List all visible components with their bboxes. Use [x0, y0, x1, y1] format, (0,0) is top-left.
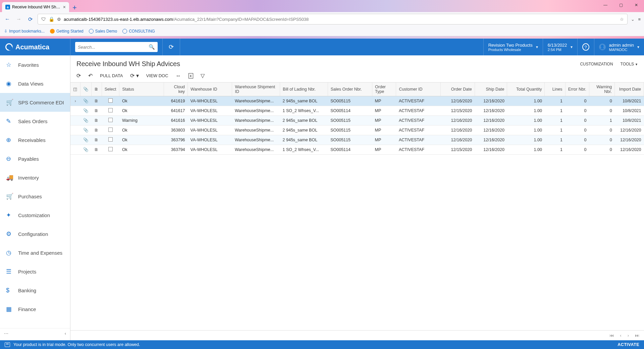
sidebar-item-sales-orders[interactable]: ✎Sales Orders: [0, 112, 70, 131]
checkbox[interactable]: [108, 128, 113, 132]
note-cell[interactable]: 🗎: [92, 106, 102, 115]
table-row[interactable]: 📎🗎Ok363794VA-WHOLESLWarehouseShipme...1 …: [70, 145, 644, 154]
attachment-cell[interactable]: 📎: [80, 125, 92, 135]
checkbox[interactable]: [108, 108, 113, 112]
row-indicator-header[interactable]: ◫: [70, 83, 80, 96]
search-icon[interactable]: 🔍: [149, 44, 155, 50]
sidebar-item-sps-commerce-edi[interactable]: 🛒SPS Commerce EDI: [0, 93, 70, 112]
note-header[interactable]: 🗎: [92, 83, 102, 96]
undo-button[interactable]: ↶: [88, 72, 93, 79]
prev-page-button[interactable]: ‹: [620, 333, 621, 338]
sidebar-item-banking[interactable]: $Banking: [0, 281, 70, 300]
sidebar-item-data-views[interactable]: ◉Data Views: [0, 74, 70, 93]
filter-button[interactable]: ▽: [201, 72, 205, 79]
attachment-cell[interactable]: 📎: [80, 106, 92, 115]
sidebar-item-inventory[interactable]: 🚚Inventory: [0, 168, 70, 187]
header-refresh-button[interactable]: ⟳: [163, 39, 180, 55]
sidebar-item-payables[interactable]: ⊖Payables: [0, 149, 70, 168]
activate-button[interactable]: ACTIVATE: [618, 342, 639, 347]
sidebar-item-customization[interactable]: ✦Customization: [0, 206, 70, 225]
back-button[interactable]: ←: [3, 16, 11, 22]
col-select[interactable]: Select: [102, 83, 119, 96]
export-button[interactable]: x: [189, 73, 193, 79]
select-cell[interactable]: [102, 96, 119, 106]
customization-link[interactable]: CUSTOMIZATION: [580, 62, 613, 66]
col-error-nbr[interactable]: Error Nbr.: [565, 83, 589, 96]
attachment-header[interactable]: 📎: [80, 83, 92, 96]
select-cell[interactable]: [102, 106, 119, 115]
reload-button[interactable]: ⟳: [26, 16, 34, 22]
note-cell[interactable]: 🗎: [92, 96, 102, 106]
note-cell[interactable]: 🗎: [92, 125, 102, 135]
pull-data-button[interactable]: PULL DATA: [100, 73, 123, 78]
row-indicator[interactable]: ›: [70, 96, 80, 106]
next-page-button[interactable]: ›: [628, 333, 629, 338]
col-order-type[interactable]: Order Type: [372, 83, 396, 96]
col-lines[interactable]: Lines: [545, 83, 565, 96]
table-row[interactable]: 📎🗎Ok641617VA-WHOLESLWarehouseShipme...1 …: [70, 106, 644, 115]
refresh-button[interactable]: ⟳: [76, 72, 81, 79]
process-dropdown[interactable]: ⟳ ▾: [130, 72, 139, 79]
sidebar-item-projects[interactable]: ☰Projects: [0, 262, 70, 281]
tenant-selector[interactable]: Revision Two Products Products Wholesale…: [483, 39, 543, 55]
checkbox[interactable]: [108, 137, 113, 142]
row-indicator[interactable]: [70, 125, 80, 135]
col-ship-date[interactable]: Ship Date: [475, 83, 507, 96]
sidebar-item-configuration[interactable]: ⚙Configuration: [0, 225, 70, 243]
collapse-sidebar-button[interactable]: ‹: [65, 331, 66, 336]
select-cell[interactable]: [102, 145, 119, 154]
hamburger-icon[interactable]: ≡: [638, 17, 641, 22]
bookmark-sales-demo[interactable]: Sales Demo: [89, 29, 117, 34]
sidebar-item-purchases[interactable]: 🛒Purchases: [0, 187, 70, 206]
sidebar-item-finance[interactable]: ▦Finance: [0, 300, 70, 318]
note-cell[interactable]: 🗎: [92, 115, 102, 125]
search-box[interactable]: 🔍: [75, 42, 158, 52]
more-icon[interactable]: ⋯: [4, 331, 8, 336]
tools-menu[interactable]: TOOLS▼: [621, 62, 638, 66]
row-indicator[interactable]: [70, 115, 80, 125]
browser-tab[interactable]: a Receive Inbound WH Ship Advi ×: [2, 2, 69, 12]
attachment-cell[interactable]: 📎: [80, 96, 92, 106]
table-row[interactable]: ›📎🗎Ok641619VA-WHOLESLWarehouseShipme...2…: [70, 96, 644, 106]
help-button[interactable]: ?: [577, 39, 594, 55]
fit-columns-button[interactable]: ↔: [176, 73, 181, 79]
col-bol[interactable]: Bill of Lading Nbr.: [280, 83, 328, 96]
first-page-button[interactable]: ⏮: [609, 333, 614, 338]
maximize-button[interactable]: ▢: [613, 0, 629, 10]
url-bar[interactable]: 🛡 🔒 ⚙ acumaticalb-1543671323.us-east-1.e…: [38, 14, 628, 24]
table-row[interactable]: 📎🗎Warning641616VA-WHOLESLWarehouseShipme…: [70, 115, 644, 125]
row-indicator[interactable]: [70, 106, 80, 115]
checkbox[interactable]: [108, 98, 113, 103]
table-row[interactable]: 📎🗎Ok363796VA-WHOLESLWarehouseShipme...2 …: [70, 135, 644, 145]
col-cloud-key[interactable]: Cloud key: [164, 83, 187, 96]
col-so[interactable]: Sales Order Nbr.: [328, 83, 372, 96]
attachment-cell[interactable]: 📎: [80, 145, 92, 154]
attachment-cell[interactable]: 📎: [80, 135, 92, 145]
row-indicator[interactable]: [70, 145, 80, 154]
select-cell[interactable]: [102, 135, 119, 145]
col-warehouse-id[interactable]: Warehouse ID: [188, 83, 232, 96]
search-input[interactable]: [78, 45, 149, 50]
close-icon[interactable]: ×: [63, 4, 66, 10]
bookmark-star-icon[interactable]: ☆: [620, 17, 624, 22]
business-date[interactable]: 6/13/2022 2:54 PM ▾: [543, 39, 577, 55]
col-wh-ship-id[interactable]: Warehouse Shipment ID: [232, 83, 280, 96]
sidebar-item-time-and-expenses[interactable]: ◷Time and Expenses: [0, 243, 70, 262]
minimize-button[interactable]: —: [598, 0, 613, 10]
forward-button[interactable]: →: [15, 16, 23, 22]
col-order-date[interactable]: Order Date: [440, 83, 475, 96]
note-cell[interactable]: 🗎: [92, 135, 102, 145]
last-page-button[interactable]: ⏭: [635, 333, 639, 338]
close-window-button[interactable]: ✕: [629, 0, 644, 10]
view-doc-button[interactable]: VIEW DOC: [146, 73, 168, 78]
user-menu[interactable]: 👤 admin admin MAPADOC ▾: [594, 39, 644, 55]
new-tab-button[interactable]: +: [69, 3, 80, 12]
checkbox[interactable]: [108, 118, 113, 122]
note-cell[interactable]: 🗎: [92, 145, 102, 154]
row-indicator[interactable]: [70, 135, 80, 145]
bookmark-getting-started[interactable]: Getting Started: [50, 29, 84, 34]
col-import-date[interactable]: Import Date: [615, 83, 644, 96]
sidebar-item-favorites[interactable]: ☆Favorites: [0, 55, 70, 74]
col-total-qty[interactable]: Total Quantity: [507, 83, 545, 96]
logo[interactable]: Acumatica: [0, 39, 70, 55]
